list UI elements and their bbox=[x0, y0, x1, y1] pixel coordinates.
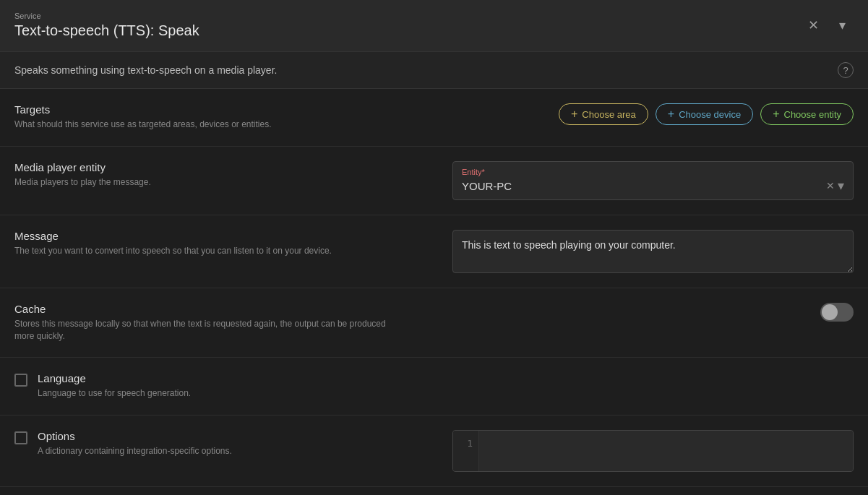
entity-actions: ✕ ▾ bbox=[826, 178, 844, 194]
message-left: Message The text you want to convert int… bbox=[14, 230, 417, 257]
main-container: Service Text-to-speech (TTS): Speak ✕ ▾ … bbox=[0, 0, 868, 495]
help-icon: ? bbox=[843, 65, 848, 76]
entity-field-label: Entity* bbox=[462, 168, 844, 176]
options-code-area[interactable] bbox=[479, 431, 853, 471]
targets-right: + Choose area + Choose device + Choose e… bbox=[417, 103, 854, 125]
language-checkbox[interactable] bbox=[14, 374, 27, 387]
expand-button[interactable]: ▾ bbox=[830, 14, 854, 37]
message-title: Message bbox=[14, 230, 403, 242]
cache-toggle[interactable] bbox=[820, 303, 854, 322]
choose-device-button[interactable]: + Choose device bbox=[656, 103, 753, 125]
device-plus-icon: + bbox=[668, 108, 674, 120]
choose-entity-label: Choose entity bbox=[784, 109, 842, 120]
line-numbers: 1 bbox=[453, 431, 479, 471]
entity-selector[interactable]: Entity* YOUR-PC ✕ ▾ bbox=[452, 161, 854, 200]
media-player-row: Media player entity Media players to pla… bbox=[0, 147, 868, 215]
language-title: Language bbox=[38, 372, 854, 384]
cache-left: Cache Stores this message locally so tha… bbox=[14, 303, 417, 343]
options-checkbox[interactable] bbox=[14, 431, 27, 444]
service-label: Service bbox=[14, 12, 199, 20]
targets-left: Targets What should this service use as … bbox=[14, 103, 417, 131]
options-title: Options bbox=[38, 430, 442, 442]
choose-area-label: Choose area bbox=[582, 109, 635, 120]
options-row: Options A dictionary containing integrat… bbox=[0, 416, 868, 487]
entity-dropdown-icon[interactable]: ▾ bbox=[838, 178, 844, 194]
entity-plus-icon: + bbox=[773, 108, 779, 120]
options-content: Options A dictionary containing integrat… bbox=[38, 430, 442, 457]
header-left: Service Text-to-speech (TTS): Speak bbox=[14, 12, 199, 39]
targets-desc: What should this service use as targeted… bbox=[14, 119, 403, 131]
choose-device-label: Choose device bbox=[679, 109, 741, 120]
media-player-desc: Media players to play the message. bbox=[14, 176, 403, 189]
header-actions: ✕ ▾ bbox=[802, 14, 854, 37]
desc-bar: Speaks something using text-to-speech on… bbox=[0, 52, 868, 89]
header: Service Text-to-speech (TTS): Speak ✕ ▾ bbox=[0, 0, 868, 52]
message-row: Message The text you want to convert int… bbox=[0, 215, 868, 288]
media-player-right: Entity* YOUR-PC ✕ ▾ bbox=[417, 161, 854, 200]
media-player-left: Media player entity Media players to pla… bbox=[14, 161, 417, 189]
expand-icon: ▾ bbox=[839, 17, 846, 33]
language-desc: Language to use for speech generation. bbox=[38, 387, 854, 400]
entity-value: YOUR-PC bbox=[462, 180, 512, 192]
entity-clear-icon[interactable]: ✕ bbox=[826, 180, 835, 191]
cache-desc: Stores this message locally so that when… bbox=[14, 318, 403, 343]
cache-right bbox=[417, 303, 854, 322]
language-content: Language Language to use for speech gene… bbox=[38, 372, 854, 400]
header-title: Text-to-speech (TTS): Speak bbox=[14, 22, 199, 39]
choose-entity-button[interactable]: + Choose entity bbox=[760, 103, 854, 125]
area-plus-icon: + bbox=[571, 108, 577, 120]
message-input[interactable] bbox=[452, 230, 854, 273]
required-marker: * bbox=[482, 168, 485, 176]
target-buttons: + Choose area + Choose device + Choose e… bbox=[559, 103, 854, 125]
close-icon: ✕ bbox=[808, 17, 819, 33]
targets-title: Targets bbox=[14, 103, 403, 116]
targets-row: Targets What should this service use as … bbox=[0, 89, 868, 147]
message-desc: The text you want to convert into speech… bbox=[14, 245, 403, 257]
close-button[interactable]: ✕ bbox=[802, 14, 825, 37]
language-row: Language Language to use for speech gene… bbox=[0, 358, 868, 416]
cache-row: Cache Stores this message locally so tha… bbox=[0, 288, 868, 358]
cache-title: Cache bbox=[14, 303, 403, 315]
media-player-title: Media player entity bbox=[14, 161, 403, 173]
help-button[interactable]: ? bbox=[838, 62, 854, 78]
options-desc: A dictionary containing integration-spec… bbox=[38, 445, 442, 457]
message-right bbox=[417, 230, 854, 273]
entity-value-row: YOUR-PC ✕ ▾ bbox=[462, 178, 844, 194]
desc-text: Speaks something using text-to-speech on… bbox=[14, 64, 277, 76]
choose-area-button[interactable]: + Choose area bbox=[559, 103, 648, 125]
content-area: Targets What should this service use as … bbox=[0, 89, 868, 495]
